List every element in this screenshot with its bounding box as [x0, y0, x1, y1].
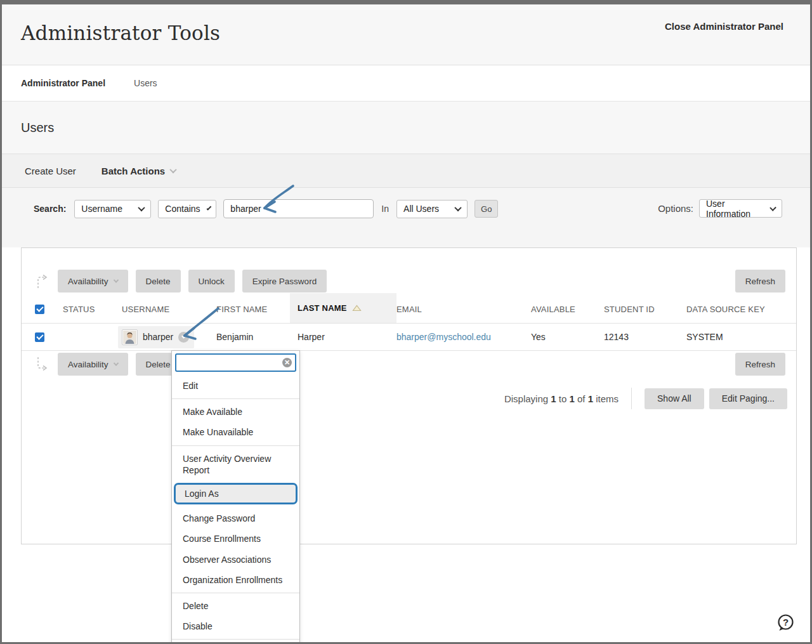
menu-item-organization-enrollments[interactable]: Organization Enrollments	[172, 570, 299, 590]
paging-row: Displaying 1 to 1 of 1 items Show All Ed…	[22, 388, 787, 409]
paging-total: 1	[588, 393, 593, 404]
refresh-button[interactable]: Refresh	[735, 353, 785, 376]
search-operator-select[interactable]: Contains	[158, 200, 216, 218]
context-menu-search-input[interactable]	[175, 353, 296, 372]
apply-to-selected-icon	[35, 273, 50, 289]
search-query-input[interactable]	[223, 199, 374, 218]
search-row: Search: Username Contains In All Users G…	[34, 199, 498, 218]
list-toolbar-bottom: Availability Delete Refresh	[35, 353, 785, 376]
menu-separator	[172, 445, 299, 446]
chevron-down-icon	[454, 204, 461, 211]
available-cell: Yes	[531, 332, 604, 342]
column-header-last-name[interactable]: LAST NAME	[290, 293, 396, 323]
user-context-menu: ✕ Edit Make Available Make Unavailable U…	[171, 350, 300, 644]
availability-button[interactable]: Availability	[58, 270, 128, 292]
breadcrumb-users[interactable]: Users	[134, 78, 157, 88]
breadcrumb-administrator-panel[interactable]: Administrator Panel	[21, 78, 105, 88]
student-id-cell: 12143	[604, 332, 686, 342]
search-label: Search:	[34, 204, 66, 214]
last-name-cell: Harper	[298, 332, 396, 342]
users-list-panel: Availability Delete Unlock Expire Passwo…	[21, 247, 797, 544]
menu-item-user-activity-overview-report[interactable]: User Activity Overview Report	[172, 449, 299, 480]
column-header-username[interactable]: USERNAME	[122, 305, 216, 314]
chevron-down-icon	[181, 334, 186, 338]
batch-actions-label: Batch Actions	[102, 166, 165, 176]
menu-separator	[172, 639, 299, 640]
availability-label: Availability	[68, 277, 108, 286]
search-field-select[interactable]: Username	[74, 200, 151, 218]
column-header-first-name[interactable]: FIRST NAME	[216, 305, 298, 314]
search-in-label: In	[381, 204, 389, 214]
menu-item-edit[interactable]: Edit	[172, 376, 299, 396]
menu-item-observer-associations[interactable]: Observer Associations	[172, 549, 299, 570]
last-name-label: LAST NAME	[298, 303, 347, 313]
column-header-email[interactable]: EMAIL	[396, 305, 531, 314]
expire-password-button[interactable]: Expire Password	[242, 270, 327, 292]
apply-to-selected-icon	[35, 356, 50, 372]
app-title: Administrator Tools	[21, 22, 220, 44]
table-header-row: STATUS USERNAME FIRST NAME LAST NAME EMA…	[22, 295, 796, 324]
app-header: Administrator Tools Close Administrator …	[2, 4, 810, 65]
clear-search-icon[interactable]: ✕	[282, 358, 292, 367]
chevron-down-icon	[113, 360, 118, 365]
help-icon[interactable]: ?	[776, 614, 795, 633]
svg-text:?: ?	[783, 617, 789, 628]
sort-ascending-icon	[352, 305, 362, 312]
to-word: to	[559, 393, 567, 404]
column-header-available[interactable]: AVAILABLE	[531, 305, 604, 314]
row-context-menu-button[interactable]	[178, 332, 189, 343]
chevron-down-icon	[169, 166, 176, 173]
column-header-data-source-key[interactable]: DATA SOURCE KEY	[686, 305, 796, 314]
displaying-word: Displaying	[504, 393, 548, 404]
batch-actions-button[interactable]: Batch Actions	[102, 166, 176, 176]
menu-item-delete[interactable]: Delete	[172, 596, 299, 616]
paging-status: Displaying 1 to 1 of 1 items	[504, 393, 619, 404]
edit-paging-button[interactable]: Edit Paging...	[709, 388, 787, 409]
select-all-checkbox[interactable]	[35, 305, 44, 314]
main-area: Availability Delete Unlock Expire Passwo…	[2, 247, 810, 544]
create-user-button[interactable]: Create User	[25, 166, 76, 176]
options-select[interactable]: User Information	[699, 199, 782, 218]
options-wrap: Options: User Information	[658, 199, 782, 218]
row-checkbox[interactable]	[35, 332, 44, 342]
search-operator-value: Contains	[165, 204, 200, 214]
of-word: of	[577, 393, 586, 404]
availability-label: Availability	[68, 360, 108, 369]
first-name-cell: Benjamin	[216, 332, 298, 342]
menu-item-make-unavailable[interactable]: Make Unavailable	[172, 422, 299, 442]
user-row-bharper: bharper Benjamin Harper bharper@myschool…	[22, 324, 796, 351]
delete-button[interactable]: Delete	[136, 270, 181, 292]
administrator-tools-page: Administrator Tools Close Administrator …	[2, 4, 810, 642]
username-menu-trigger[interactable]: bharper	[118, 326, 194, 348]
username-value: bharper	[143, 332, 173, 342]
column-header-status[interactable]: STATUS	[63, 305, 122, 314]
menu-item-disable[interactable]: Disable	[172, 616, 299, 636]
show-all-button[interactable]: Show All	[645, 388, 704, 409]
search-scope-select[interactable]: All Users	[396, 200, 468, 218]
go-button[interactable]: Go	[475, 200, 498, 218]
column-header-student-id[interactable]: STUDENT ID	[604, 305, 686, 314]
title-bar: Users	[2, 102, 810, 154]
menu-item-course-enrollments[interactable]: Course Enrollments	[172, 529, 299, 549]
menu-separator	[172, 398, 299, 399]
paging-to: 1	[569, 393, 574, 404]
menu-item-change-password[interactable]: Change Password	[172, 508, 299, 529]
page-title: Users	[21, 121, 54, 135]
items-word: items	[596, 393, 619, 404]
action-bar: Create User Batch Actions	[2, 154, 810, 188]
chevron-down-icon	[138, 204, 145, 211]
paging-from: 1	[551, 393, 556, 404]
email-link[interactable]: bharper@myschool.edu	[396, 332, 491, 342]
user-avatar	[122, 329, 138, 345]
menu-separator	[172, 593, 299, 593]
menu-item-login-as[interactable]: Login As	[174, 483, 298, 504]
availability-button[interactable]: Availability	[58, 353, 128, 376]
unlock-button[interactable]: Unlock	[188, 270, 235, 292]
search-scope-value: All Users	[403, 204, 439, 214]
menu-item-make-available[interactable]: Make Available	[172, 402, 299, 422]
options-label: Options:	[658, 203, 693, 214]
close-administrator-panel-button[interactable]: Close Administrator Panel	[665, 21, 783, 32]
refresh-button[interactable]: Refresh	[735, 270, 785, 292]
search-band: Search: Username Contains In All Users G…	[2, 188, 810, 247]
chevron-down-icon	[769, 204, 776, 211]
